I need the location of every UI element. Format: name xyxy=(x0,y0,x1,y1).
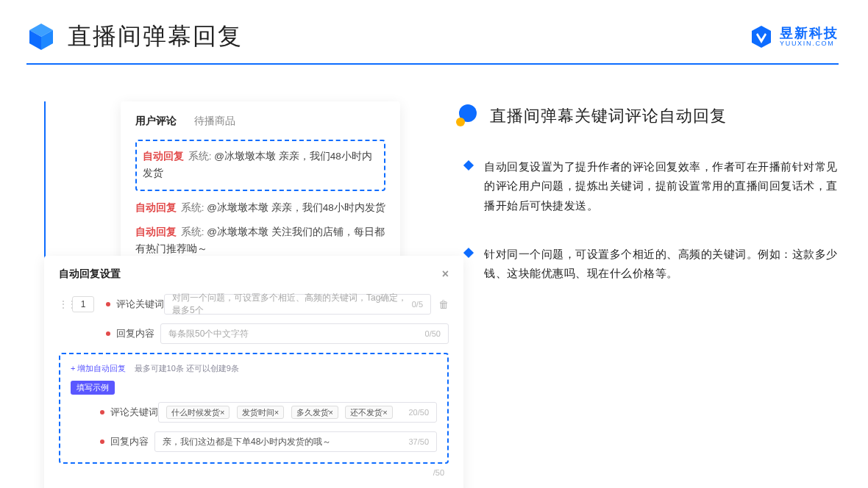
bubble-icon xyxy=(456,104,480,128)
delete-icon[interactable]: 🗑 xyxy=(438,298,449,310)
popup-title: 自动回复设置 xyxy=(59,268,121,281)
keyword-input[interactable]: 对同一个问题，可设置多个相近、高频的关键词，Tag确定，最多5个 0/5 xyxy=(164,294,431,315)
screenshot-stack: 用户评论 待播商品 自动回复 系统: @冰墩墩本墩 亲亲，我们48小时内发货 自… xyxy=(44,101,412,366)
system-label: 系统: xyxy=(181,202,204,213)
slide-header: 直播间弹幕回复 昱新科技 YUUXIN.COM xyxy=(0,0,868,59)
ex-reply-text: 亲，我们这边都是下单48小时内发货的哦～ xyxy=(163,436,331,448)
reply-count: 0/50 xyxy=(425,329,441,338)
example-highlight: + 增加自动回复 最多可建10条 还可以创建9条 填写示例 评论关键词 什么时候… xyxy=(59,353,449,464)
system-label: 系统: xyxy=(181,226,204,237)
bullet-text: 针对同一个问题，可设置多个相近的、高频的关键词。例如：这款多少钱、这块能优惠吗、… xyxy=(484,245,839,284)
ex-reply-count: 37/50 xyxy=(408,437,429,446)
ex-reply-input[interactable]: 亲，我们这边都是下单48小时内发货的哦～ 37/50 xyxy=(154,431,437,452)
bullet-text: 自动回复设置为了提升作者的评论回复效率，作者可在开播前针对常见的评论用户问题，提… xyxy=(484,157,839,215)
comment-line: 自动回复 系统: @冰墩墩本墩 关注我们的店铺，每日都有热门推荐呦～ xyxy=(135,224,385,258)
auto-reply-tag: 自动回复 xyxy=(143,151,184,162)
auto-reply-tag: 自动回复 xyxy=(135,226,177,237)
drag-handle-icon[interactable]: ⋮⋮ xyxy=(59,299,66,309)
brand-name-en: YUUXIN.COM xyxy=(780,40,839,47)
keyword-chip[interactable]: 还不发货× xyxy=(345,406,392,419)
ex-reply-label: 回复内容 xyxy=(110,436,154,448)
reply-input[interactable]: 每条限50个中文字符 0/50 xyxy=(160,323,449,344)
tab-user-comments[interactable]: 用户评论 xyxy=(135,115,177,128)
bullet-item: 针对同一个问题，可设置多个相近的、高频的关键词。例如：这款多少钱、这块能优惠吗、… xyxy=(456,245,839,284)
keyword-label: 评论关键词 xyxy=(116,298,164,311)
bullet-item: 自动回复设置为了提升作者的评论回复效率，作者可在开播前针对常见的评论用户问题，提… xyxy=(456,157,839,215)
cube-icon xyxy=(26,22,56,51)
comments-tabs: 用户评论 待播商品 xyxy=(135,115,385,128)
comment-line: 自动回复 系统: @冰墩墩本墩 亲亲，我们48小时内发货 xyxy=(143,148,378,182)
rule-index: 1 xyxy=(72,296,94,312)
keyword-placeholder: 对同一个问题，可设置多个相近、高频的关键词，Tag确定，最多5个 xyxy=(172,292,412,317)
comment-line: 自动回复 系统: @冰墩墩本墩 亲亲，我们48小时内发货 xyxy=(135,200,385,217)
keyword-chip[interactable]: 多久发货× xyxy=(291,406,338,419)
required-dot-icon xyxy=(100,439,104,444)
reply-label: 回复内容 xyxy=(116,328,160,340)
keyword-count: 0/5 xyxy=(412,300,423,309)
ex-keyword-label: 评论关键词 xyxy=(110,406,158,419)
auto-reply-settings-card: 自动回复设置 × ⋮⋮ 1 评论关键词 对同一个问题，可设置多个相近、高频的关键… xyxy=(44,256,463,488)
auto-reply-tag: 自动回复 xyxy=(135,202,177,213)
highlight-comment: 自动回复 系统: @冰墩墩本墩 亲亲，我们48小时内发货 xyxy=(135,140,385,191)
ex-keyword-count: 20/50 xyxy=(408,408,429,417)
example-badge: 填写示例 xyxy=(71,381,115,395)
bullet-diamond-icon xyxy=(463,160,474,171)
bullet-diamond-icon xyxy=(463,248,474,258)
comment-text: @冰墩墩本墩 亲亲，我们48小时内发货 xyxy=(207,202,385,213)
brand-name-cn: 昱新科技 xyxy=(780,26,839,40)
add-auto-reply-link[interactable]: + 增加自动回复 xyxy=(71,364,126,373)
system-label: 系统: xyxy=(188,151,212,162)
required-dot-icon xyxy=(106,302,110,306)
required-dot-icon xyxy=(100,410,104,415)
brand-logo: 昱新科技 YUUXIN.COM xyxy=(749,24,839,49)
tab-pending-goods[interactable]: 待播商品 xyxy=(194,115,235,128)
section-heading: 直播间弹幕关键词评论自动回复 xyxy=(490,105,727,127)
required-dot-icon xyxy=(106,331,110,336)
keyword-chip[interactable]: 什么时候发货× xyxy=(166,406,230,419)
close-icon[interactable]: × xyxy=(442,268,449,281)
reply-placeholder: 每条限50个中文字符 xyxy=(168,328,249,340)
slide-title: 直播间弹幕回复 xyxy=(68,21,243,53)
outer-count: /50 xyxy=(59,464,449,477)
ex-keyword-input[interactable]: 什么时候发货× 发货时间× 多久发货× 还不发货× 20/50 xyxy=(158,402,437,423)
hint-text: 最多可建10条 还可以创建9条 xyxy=(135,364,239,373)
explanation-panel: 直播间弹幕关键词评论自动回复 自动回复设置为了提升作者的评论回复效率，作者可在开… xyxy=(456,101,839,366)
comments-card: 用户评论 待播商品 自动回复 系统: @冰墩墩本墩 亲亲，我们48小时内发货 自… xyxy=(121,101,400,274)
keyword-chip[interactable]: 发货时间× xyxy=(237,406,284,419)
